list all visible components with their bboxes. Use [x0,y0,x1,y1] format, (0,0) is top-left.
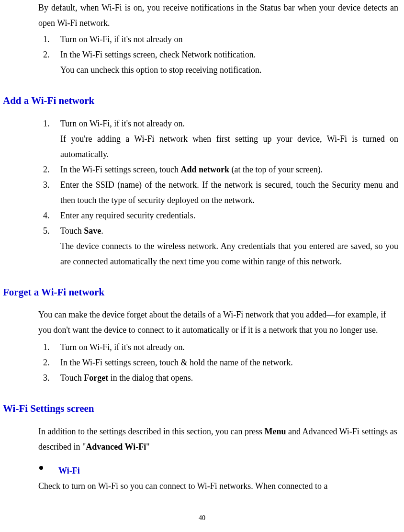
heading-add-wifi-network: Add a Wi-Fi network [3,92,398,110]
step-number: 2. [43,162,50,177]
step-text: Turn on Wi-Fi, if it's not already on. [60,119,185,128]
wifi-settings-intro: In addition to the settings described in… [38,424,398,454]
wifi-sub-list: Wi-Fi [38,463,398,478]
step-text: Enter the SSID (name) of the network. If… [60,180,398,205]
add-network-steps: 1. Turn on Wi-Fi, if it's not already on… [38,116,398,269]
top-after-note: You can uncheck this option to stop rece… [38,62,398,78]
step-text: Turn on Wi-Fi, if it's not already on [60,34,183,44]
wifi-sub-body: Check to turn on Wi-Fi so you can connec… [38,478,398,494]
forget-steps-list: 1. Turn on Wi-Fi, if it's not already on… [38,340,398,385]
step-number: 2. [43,355,50,370]
step-text: In the Wi-Fi settings screen, touch & ho… [60,358,293,367]
sub-heading-wifi: Wi-Fi [58,466,80,475]
step-number: 5. [43,223,50,238]
top-steps-list: 1. Turn on Wi-Fi, if it's not already on… [38,32,398,62]
step-text: Enter any required security credentials. [60,211,195,220]
add-step-2: 2. In the Wi-Fi settings screen, touch A… [38,162,398,177]
forget-step-2: 2. In the Wi-Fi settings screen, touch &… [38,355,398,370]
step-text: Touch Save. [60,226,103,236]
step-subtext: If you're adding a Wi-Fi network when fi… [60,131,398,162]
heading-forget-wifi-network: Forget a Wi-Fi network [3,283,398,301]
add-step-5: 5. Touch Save. The device connects to th… [38,223,398,269]
step-number: 1. [43,32,50,47]
top-step-1: 1. Turn on Wi-Fi, if it's not already on [38,32,398,47]
add-step-3: 3. Enter the SSID (name) of the network.… [38,177,398,208]
step-number: 3. [43,177,50,192]
bullet-icon [39,466,43,470]
step-number: 3. [43,370,50,385]
step-text: Touch Forget in the dialog that opens. [60,373,193,383]
step-number: 1. [43,116,50,131]
forget-step-3: 3. Touch Forget in the dialog that opens… [38,370,398,385]
step-subtext: The device connects to the wireless netw… [60,238,398,269]
heading-wifi-settings-screen: Wi-Fi Settings screen [3,400,398,418]
top-intro-text: By default, when Wi-Fi is on, you receiv… [38,0,398,31]
add-step-1: 1. Turn on Wi-Fi, if it's not already on… [38,116,398,162]
step-number: 1. [43,340,50,355]
forget-step-1: 1. Turn on Wi-Fi, if it's not already on… [38,340,398,355]
step-text: In the Wi-Fi settings screen, touch Add … [60,165,323,174]
wifi-sub-item: Wi-Fi [38,463,398,478]
forget-intro-text: You can make the device forget about the… [38,307,398,338]
top-step-2: 2. In the Wi-Fi settings screen, check N… [38,47,398,62]
add-step-4: 4. Enter any required security credentia… [38,208,398,223]
page-number: 40 [0,512,404,524]
step-number: 4. [43,208,50,223]
step-text: Turn on Wi-Fi, if it's not already on. [60,342,185,352]
step-number: 2. [43,47,50,62]
step-text: In the Wi-Fi settings screen, check Netw… [60,50,256,59]
